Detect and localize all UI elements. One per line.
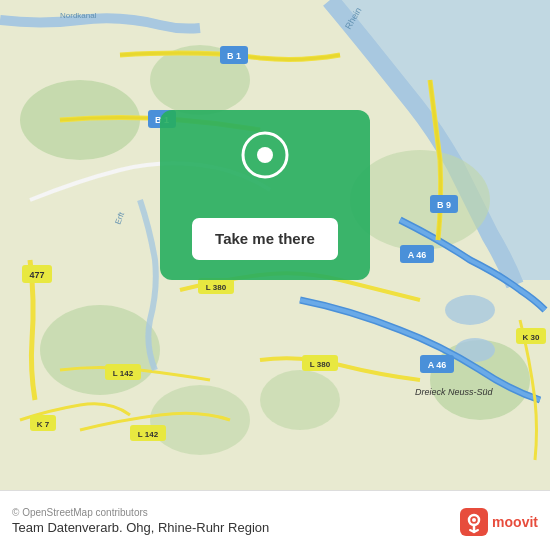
svg-text:Dreieck Neuss-Süd: Dreieck Neuss-Süd — [415, 387, 494, 397]
svg-text:A 46: A 46 — [428, 360, 447, 370]
svg-text:K 7: K 7 — [37, 420, 50, 429]
svg-point-3 — [350, 150, 490, 250]
svg-text:477: 477 — [29, 270, 44, 280]
svg-point-40 — [257, 147, 273, 163]
moovit-branding: moovit — [460, 508, 538, 536]
svg-point-8 — [445, 295, 495, 325]
svg-point-45 — [472, 518, 476, 522]
moovit-text: moovit — [492, 514, 538, 530]
map-container: B 1 B 1 A 46 A 46 B 9 L 380 L 380 L 142 … — [0, 0, 550, 490]
svg-text:L 142: L 142 — [113, 369, 134, 378]
svg-point-5 — [40, 305, 160, 395]
location-title: Team Datenverarb. Ohg, Rhine-Ruhr Region — [12, 520, 538, 535]
svg-text:L 380: L 380 — [206, 283, 227, 292]
svg-text:Nordkanal: Nordkanal — [60, 11, 97, 20]
footer: © OpenStreetMap contributors Team Datenv… — [0, 490, 550, 550]
svg-text:B 1: B 1 — [227, 51, 241, 61]
svg-point-6 — [150, 385, 250, 455]
copyright-text: © OpenStreetMap contributors — [12, 507, 538, 518]
svg-text:L 380: L 380 — [310, 360, 331, 369]
svg-text:Take me there: Take me there — [215, 230, 315, 247]
svg-point-7 — [260, 370, 340, 430]
svg-text:K 30: K 30 — [523, 333, 540, 342]
svg-text:L 142: L 142 — [138, 430, 159, 439]
svg-text:B 9: B 9 — [437, 200, 451, 210]
svg-text:A 46: A 46 — [408, 250, 427, 260]
moovit-logo-icon — [460, 508, 488, 536]
map-background: B 1 B 1 A 46 A 46 B 9 L 380 L 380 L 142 … — [0, 0, 550, 490]
